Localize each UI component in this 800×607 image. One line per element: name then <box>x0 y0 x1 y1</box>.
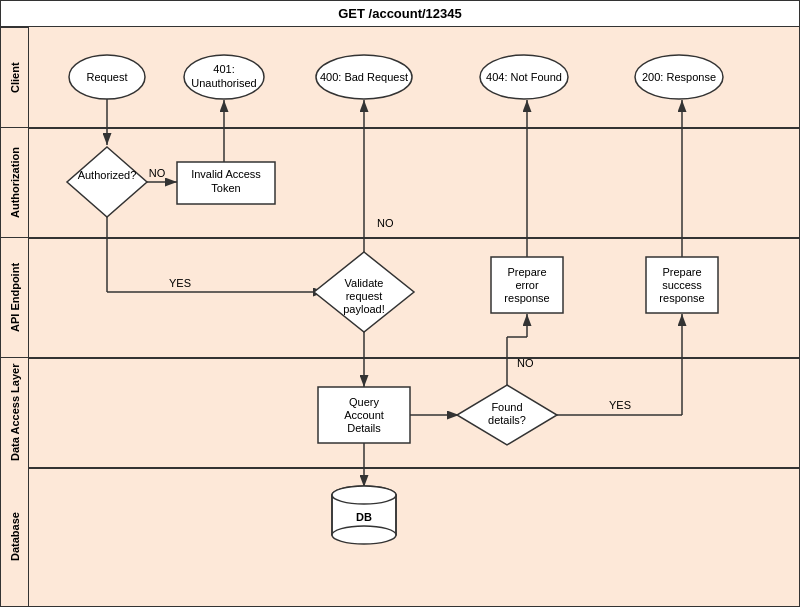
svg-text:Details: Details <box>347 422 381 434</box>
svg-text:NO: NO <box>517 357 534 369</box>
svg-text:Unauthorised: Unauthorised <box>191 77 256 89</box>
svg-text:Validate: Validate <box>345 277 384 289</box>
svg-marker-11 <box>67 147 147 217</box>
lane-label-dal: Data Access Layer <box>1 357 28 467</box>
svg-text:Token: Token <box>211 182 240 194</box>
diagram-title: GET /account/12345 <box>1 1 799 27</box>
svg-text:success: success <box>662 279 702 291</box>
svg-text:error: error <box>515 279 539 291</box>
flowchart-svg: Request 401: Unauthorised 400: Bad Reque… <box>29 27 799 579</box>
lane-label-database: Database <box>1 467 28 606</box>
node-request: Request <box>87 71 128 83</box>
svg-text:NO: NO <box>377 217 394 229</box>
svg-text:payload!: payload! <box>343 303 385 315</box>
svg-text:request: request <box>346 290 383 302</box>
lane-label-client: Client <box>1 27 28 127</box>
lane-label-api: API Endpoint <box>1 237 28 357</box>
svg-text:Account: Account <box>344 409 384 421</box>
svg-text:404: Not Found: 404: Not Found <box>486 71 562 83</box>
svg-text:Invalid Access: Invalid Access <box>191 168 261 180</box>
svg-text:Query: Query <box>349 396 379 408</box>
svg-text:401:: 401: <box>213 63 234 75</box>
lane-label-authorization: Authorization <box>1 127 28 237</box>
svg-text:Authorized?: Authorized? <box>78 169 137 181</box>
svg-text:response: response <box>659 292 704 304</box>
svg-text:DB: DB <box>356 511 372 523</box>
svg-point-60 <box>332 526 396 544</box>
svg-text:response: response <box>504 292 549 304</box>
svg-text:Found: Found <box>491 401 522 413</box>
svg-text:YES: YES <box>169 277 191 289</box>
svg-text:400: Bad Request: 400: Bad Request <box>320 71 408 83</box>
diagram-container: GET /account/12345 Client Authorization … <box>0 0 800 607</box>
svg-text:details?: details? <box>488 414 526 426</box>
svg-text:Prepare: Prepare <box>662 266 701 278</box>
svg-text:Prepare: Prepare <box>507 266 546 278</box>
svg-text:NO: NO <box>149 167 166 179</box>
svg-text:200: Response: 200: Response <box>642 71 716 83</box>
svg-point-61 <box>332 486 396 504</box>
svg-text:YES: YES <box>609 399 631 411</box>
